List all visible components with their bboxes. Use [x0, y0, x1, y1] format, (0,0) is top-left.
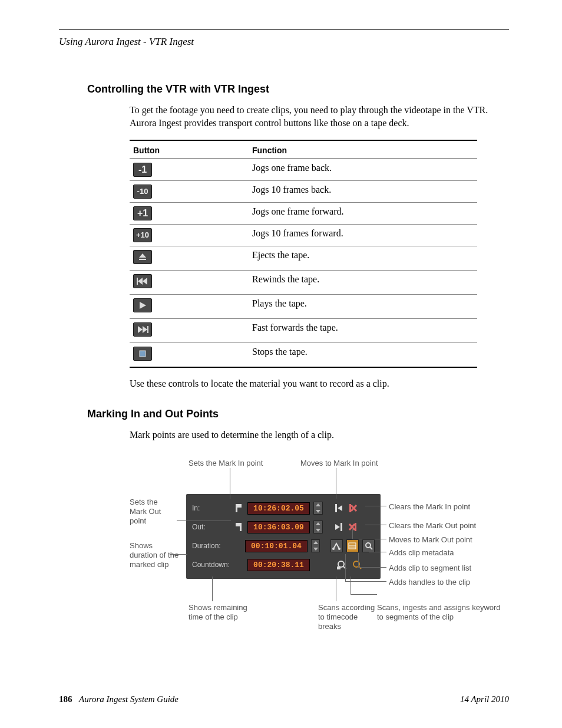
callout-move-mark-in: Moves to Mark In point: [300, 459, 378, 468]
jog-back-10-button[interactable]: -10: [133, 185, 152, 199]
mark-in-icon[interactable]: [233, 503, 244, 513]
out-timecode[interactable]: 10:36:03.09: [247, 521, 310, 533]
in-timecode[interactable]: 10:26:02.05: [247, 502, 310, 515]
goto-mark-in-icon[interactable]: [333, 503, 344, 513]
mark-panel: In: 10:26:02.05 Out: 10:36:03.09 Duratio…: [186, 494, 381, 579]
fn-jog-fwd-10: Jogs 10 frames forward.: [249, 225, 477, 246]
callout-segment-list: Adds clip to segment list: [389, 564, 471, 573]
callout-scan-tc: Scans according to timecode breaks: [318, 603, 377, 631]
stop-button[interactable]: [133, 347, 152, 361]
fast-forward-button[interactable]: [133, 322, 152, 337]
svg-rect-4: [137, 278, 138, 285]
svg-rect-14: [349, 504, 351, 512]
svg-marker-0: [139, 253, 146, 258]
duration-spinner[interactable]: [311, 539, 320, 552]
callout-clear-mark-out: Clears the Mark Out point: [389, 521, 476, 531]
fn-play: Plays the tape.: [249, 295, 477, 319]
page-number: 186: [59, 694, 72, 704]
callout-set-mark-out: Sets the Mark Out point: [130, 498, 177, 525]
svg-marker-6: [138, 326, 143, 333]
scan-keyword-button[interactable]: [351, 559, 363, 571]
add-segment-list-button[interactable]: [346, 539, 359, 552]
label-out: Out:: [192, 523, 230, 531]
svg-rect-26: [349, 543, 356, 549]
svg-point-29: [366, 543, 371, 548]
vtr-button-table: Button Function -1 Jogs one frame back. …: [130, 140, 477, 368]
countdown-timecode: 00:20:38.11: [247, 559, 310, 571]
svg-point-25: [338, 548, 340, 550]
svg-line-30: [370, 547, 372, 549]
callout-scan-keyword: Scans, ingests and assigns keyword to se…: [377, 603, 501, 621]
th-function: Function: [249, 140, 477, 159]
mark-out-icon[interactable]: [233, 522, 244, 532]
svg-point-31: [338, 561, 344, 567]
callout-move-mark-out: Moves to Mark Out point: [389, 535, 472, 545]
add-handles-button[interactable]: [330, 539, 343, 552]
svg-marker-13: [338, 505, 342, 511]
callout-set-mark-in: Sets the Mark In point: [189, 459, 263, 468]
label-duration: Duration:: [192, 542, 228, 550]
callout-duration: Shows duration of the marked clip: [130, 541, 180, 569]
svg-point-24: [332, 548, 335, 550]
callout-metadata: Adds clip metadata: [389, 548, 454, 558]
callout-clear-mark-in: Clears the Mark In point: [389, 502, 470, 512]
callout-remaining: Shows remaining time of the clip: [189, 603, 259, 621]
svg-rect-18: [236, 523, 240, 526]
jog-fwd-1-button[interactable]: +1: [133, 206, 152, 220]
svg-rect-8: [147, 326, 148, 333]
label-in: In:: [192, 504, 230, 512]
scan-timecode-button[interactable]: [336, 559, 348, 571]
svg-marker-2: [138, 278, 143, 285]
play-button[interactable]: [133, 298, 152, 312]
label-countdown: Countdown:: [192, 561, 230, 569]
clear-mark-out-icon[interactable]: [348, 522, 358, 532]
footer-date: 14 April 2010: [460, 694, 509, 704]
running-head: Using Aurora Ingest - VTR Ingest: [59, 36, 509, 48]
svg-rect-11: [237, 504, 242, 508]
svg-rect-10: [236, 504, 237, 512]
jog-fwd-10-button[interactable]: +10: [133, 228, 152, 242]
fn-jog-fwd-1: Jogs one frame forward.: [249, 203, 477, 225]
svg-marker-19: [335, 524, 340, 530]
mark-points-diagram: In: 10:26:02.05 Out: 10:36:03.09 Duratio…: [130, 459, 501, 647]
section2-intro: Mark points are used to determine the le…: [59, 429, 509, 442]
svg-rect-9: [140, 351, 146, 357]
fn-stop: Stops the tape.: [249, 343, 477, 368]
section1-outro: Use these controls to locate the materia…: [59, 377, 509, 390]
goto-mark-out-icon[interactable]: [333, 522, 344, 532]
svg-marker-5: [140, 302, 146, 309]
svg-rect-33: [337, 566, 340, 569]
jog-back-1-button[interactable]: -1: [133, 163, 152, 177]
add-metadata-button[interactable]: [362, 539, 375, 552]
th-button: Button: [130, 140, 249, 159]
svg-rect-1: [139, 259, 146, 260]
section-heading-controlling: Controlling the VTR with VTR Ingest: [59, 83, 509, 95]
fn-ff: Fast forwards the tape.: [249, 319, 477, 343]
section1-intro: To get the footage you need to create cl…: [59, 104, 509, 129]
fn-jog-back-1: Jogs one frame back.: [249, 159, 477, 181]
svg-rect-21: [355, 523, 356, 531]
svg-rect-12: [335, 504, 337, 512]
page-footer: 186 Aurora Ingest System Guide 14 April …: [59, 694, 509, 704]
fn-eject: Ejects the tape.: [249, 246, 477, 271]
rewind-button[interactable]: [133, 274, 152, 288]
section-heading-marking: Marking In and Out Points: [59, 408, 509, 420]
callout-handles: Adds handles to the clip: [389, 578, 470, 587]
fn-jog-back-10: Jogs 10 frames back.: [249, 181, 477, 203]
svg-marker-3: [143, 278, 147, 285]
eject-button[interactable]: [133, 250, 152, 264]
out-spinner[interactable]: [313, 521, 323, 533]
fn-rewind: Rewinds the tape.: [249, 271, 477, 295]
svg-rect-17: [240, 523, 242, 531]
duration-timecode[interactable]: 00:10:01.04: [245, 540, 308, 552]
clear-mark-in-icon[interactable]: [348, 503, 358, 513]
svg-rect-20: [340, 523, 342, 531]
in-spinner[interactable]: [313, 502, 323, 515]
svg-marker-7: [143, 326, 147, 333]
footer-title: Aurora Ingest System Guide: [79, 694, 178, 704]
